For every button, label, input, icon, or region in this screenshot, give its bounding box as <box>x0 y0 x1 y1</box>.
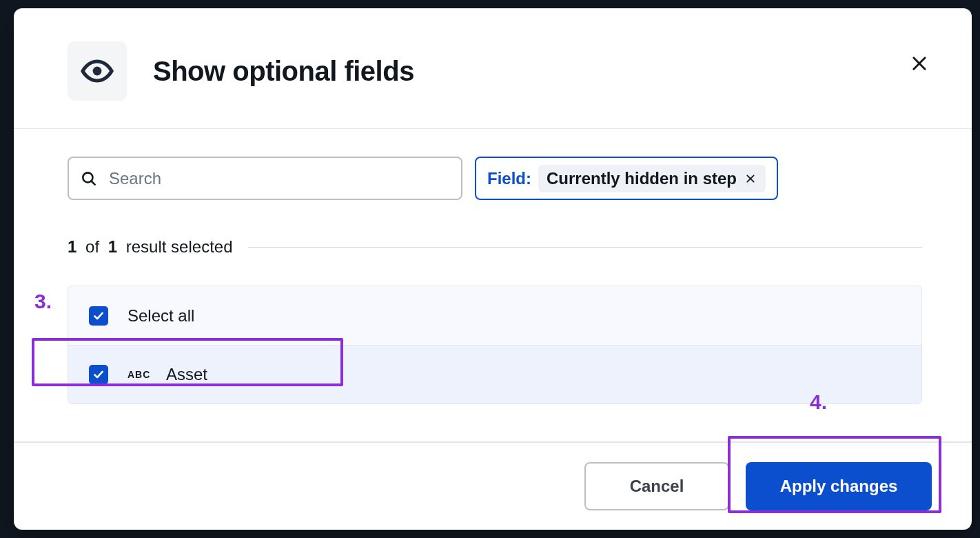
list-item[interactable]: ABC Asset <box>68 345 921 404</box>
filter-label: Field: <box>487 169 531 188</box>
select-all-row[interactable]: Select all <box>68 286 921 345</box>
search-wrap <box>68 157 462 200</box>
controls-row: Field: Currently hidden in step <box>68 157 922 200</box>
x-icon <box>745 173 756 184</box>
field-filter-chip[interactable]: Field: Currently hidden in step <box>475 157 778 200</box>
check-icon <box>92 368 105 381</box>
check-icon <box>92 310 105 322</box>
results-total: 1 <box>108 237 117 256</box>
select-all-label: Select all <box>127 306 194 326</box>
show-optional-fields-modal: Show optional fields Field: Currently hi… <box>14 8 972 530</box>
divider <box>248 247 923 248</box>
results-suffix: result selected <box>126 237 233 256</box>
abc-type-icon: ABC <box>127 369 155 380</box>
close-icon <box>910 54 929 73</box>
modal-header: Show optional fields <box>14 8 972 129</box>
select-all-checkbox[interactable] <box>89 306 108 326</box>
svg-point-0 <box>93 67 102 76</box>
close-button[interactable] <box>906 50 933 77</box>
filter-value: Currently hidden in step <box>538 165 766 192</box>
apply-changes-button[interactable]: Apply changes <box>746 462 932 510</box>
eye-icon <box>81 54 114 88</box>
modal-title: Show optional fields <box>153 56 414 87</box>
fields-list: Select all ABC Asset <box>68 286 922 404</box>
item-name: Asset <box>166 365 207 384</box>
results-selected: 1 <box>68 237 76 256</box>
item-checkbox[interactable] <box>89 365 108 384</box>
cancel-button[interactable]: Cancel <box>584 462 729 510</box>
filter-remove-button[interactable] <box>744 172 757 186</box>
search-icon <box>80 170 98 188</box>
eye-icon-container <box>68 41 127 101</box>
results-summary: 1 of 1 result selected <box>68 237 922 257</box>
results-of: of <box>85 237 99 256</box>
modal-body: Field: Currently hidden in step 1 of 1 r… <box>14 129 972 441</box>
search-input[interactable] <box>68 157 462 200</box>
svg-line-4 <box>91 181 94 184</box>
modal-footer: Cancel Apply changes <box>14 441 972 530</box>
filter-value-text: Currently hidden in step <box>547 169 737 188</box>
